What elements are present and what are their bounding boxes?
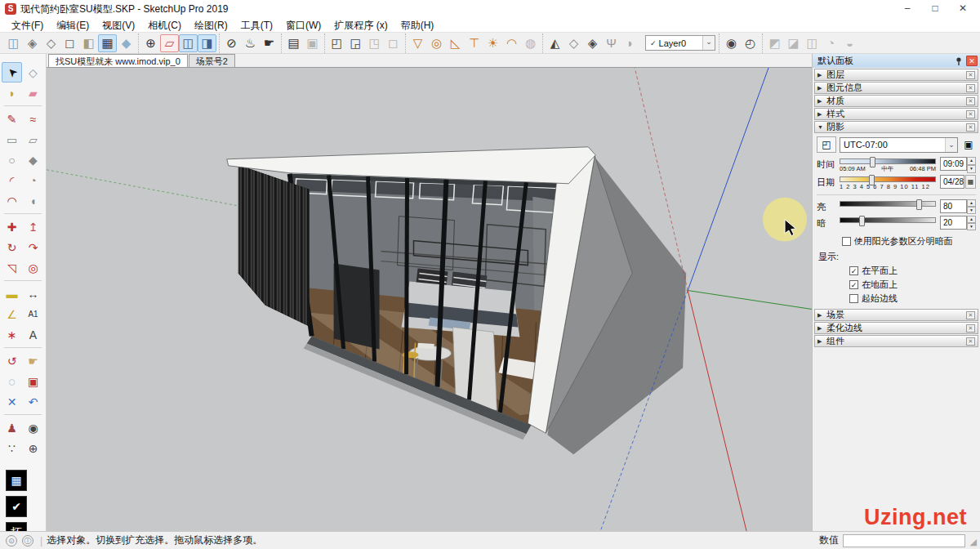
shaded-textures-icon[interactable]: ▦ — [98, 34, 117, 52]
tab-scene-2[interactable]: 场景号2 — [189, 54, 235, 67]
menu-item-2[interactable]: 视图(V) — [96, 18, 141, 33]
uv-d-icon[interactable]: ◔ — [822, 34, 840, 52]
section-styles[interactable]: ▶样式✕ — [814, 108, 978, 120]
dialog-a-icon[interactable]: ◰ — [327, 34, 346, 52]
section-layers[interactable]: ▶图层✕ — [814, 69, 978, 81]
dark-spinner[interactable]: ▲▼ — [967, 216, 976, 230]
section-plane-icon[interactable]: ⊕ — [141, 34, 160, 52]
layer-select[interactable]: ✓Layer0⌄ — [645, 35, 715, 51]
text-tool[interactable]: A1 — [23, 304, 43, 324]
scene-update-icon[interactable]: ▤ — [284, 34, 303, 52]
section-detach-icon[interactable]: ✕ — [966, 324, 975, 333]
mirror-tool-icon[interactable]: ◭ — [546, 34, 564, 52]
rotate-tool[interactable]: ↻ — [2, 237, 22, 257]
grass-tool-icon[interactable]: Ψ — [602, 34, 621, 52]
rectangle-tool[interactable]: ▭ — [2, 129, 22, 150]
polygon-tool[interactable]: ◆ — [23, 150, 43, 170]
tape-measure-tool[interactable]: ▬ — [2, 283, 22, 304]
tab-model-source[interactable]: 找SU模型就来 www.imod.vip_0 — [48, 54, 188, 67]
dark-value-input[interactable]: 20 — [940, 216, 967, 230]
close-button[interactable]: ✕ — [949, 1, 977, 17]
render-teapot-icon[interactable]: ♨ — [241, 34, 260, 52]
dialog-lock-icon[interactable]: ◻ — [384, 34, 403, 52]
zoom-tool[interactable]: ◌ — [2, 371, 22, 391]
calendar-icon[interactable]: ▦ — [965, 175, 976, 189]
section-detach-icon[interactable]: ✕ — [966, 71, 975, 79]
menu-item-0[interactable]: 文件(F) — [5, 18, 50, 33]
light-value-input[interactable]: 80 — [940, 199, 967, 213]
dimension-tool[interactable]: ↔ — [23, 283, 43, 304]
zoom-extents-tool[interactable]: ✕ — [2, 391, 22, 412]
menu-item-1[interactable]: 编辑(E) — [50, 18, 96, 33]
dark-slider[interactable] — [840, 217, 936, 223]
arc2-tool[interactable]: ◠ — [2, 190, 22, 211]
section-materials[interactable]: ▶材质✕ — [814, 95, 978, 107]
section-components[interactable]: ▶组件✕ — [814, 335, 978, 347]
make-component-tool[interactable]: ◇ — [23, 62, 43, 83]
rings-tool-icon[interactable]: ◎ — [427, 34, 446, 52]
display-section-cuts-icon[interactable]: ◫ — [179, 34, 198, 52]
check-from-edges[interactable]: 起始边线 — [849, 292, 976, 305]
scale-tool[interactable]: ◹ — [2, 257, 22, 278]
checkbox[interactable] — [842, 237, 851, 246]
maximize-button[interactable]: □ — [921, 1, 949, 17]
timezone-select[interactable]: UTC-07:00 ⌄ — [840, 137, 958, 153]
section-soften-edges[interactable]: ▶柔化边线✕ — [814, 322, 978, 334]
check-on-ground[interactable]: ✓在地面上 — [849, 279, 976, 291]
dialog-cloud-icon[interactable]: ◳ — [365, 34, 384, 52]
north-target-tool[interactable]: ⊕ — [23, 438, 43, 458]
pie2-tool[interactable]: ◖ — [23, 190, 43, 211]
section-detach-icon[interactable]: ✕ — [966, 97, 975, 105]
section-scenes[interactable]: ▶场景✕ — [814, 309, 978, 321]
box-add-tool-icon[interactable]: ◈ — [583, 34, 602, 52]
display-section-planes-icon[interactable]: ▱ — [160, 34, 179, 52]
display-section-fill-icon[interactable]: ◨ — [198, 34, 216, 52]
toggle-shadows-button[interactable]: ◰ — [817, 136, 836, 153]
checkbox[interactable]: ✓ — [849, 266, 858, 275]
date-value-input[interactable]: 04/28 — [940, 175, 964, 189]
line-tool[interactable]: ✎ — [2, 109, 22, 129]
pan-tool[interactable]: ☛ — [23, 350, 43, 371]
eye-a-icon[interactable]: ◉ — [722, 34, 741, 52]
tray-close-icon[interactable]: ✕ — [966, 56, 978, 66]
use-sun-checkbox-row[interactable]: 使用阳光参数区分明暗面 — [818, 235, 976, 248]
circle-tool[interactable]: ○ — [2, 150, 22, 170]
move-tool[interactable]: ✚ — [2, 216, 22, 237]
previous-view-tool[interactable]: ↶ — [23, 391, 43, 412]
pin-tool-icon[interactable]: ⊤ — [465, 34, 483, 52]
plugin-grid-button[interactable]: ▦ — [6, 470, 27, 491]
shadow-display-icon[interactable]: ▣ — [961, 136, 976, 153]
uv-b-icon[interactable]: ◪ — [784, 34, 803, 52]
light-slider[interactable] — [840, 201, 936, 207]
uv-a-icon[interactable]: ◩ — [765, 34, 784, 52]
render-pick-icon[interactable]: ☛ — [260, 34, 278, 52]
walk-tool[interactable]: ∵ — [2, 438, 22, 458]
plugin-check-button[interactable]: ✔ — [6, 496, 27, 517]
date-slider[interactable] — [840, 176, 936, 182]
follow-me-tool[interactable]: ↷ — [23, 237, 43, 257]
shell-tool-icon[interactable]: ◗ — [621, 34, 639, 52]
funnel-tool-icon[interactable]: ▽ — [408, 34, 427, 52]
uv-e-icon[interactable]: ◒ — [840, 34, 859, 52]
back-edges-icon[interactable]: ◈ — [23, 34, 42, 52]
menu-item-6[interactable]: 窗口(W) — [279, 18, 327, 33]
section-detach-icon[interactable]: ✕ — [966, 84, 975, 92]
3d-text-tool[interactable]: A — [23, 324, 43, 345]
shaded-icon[interactable]: ◧ — [79, 34, 98, 52]
menu-item-3[interactable]: 相机(C) — [141, 18, 188, 33]
menu-item-5[interactable]: 工具(T) — [234, 18, 279, 33]
section-detach-icon[interactable]: ✕ — [966, 337, 975, 346]
eye-b-icon[interactable]: ◴ — [741, 34, 760, 52]
offset-tool[interactable]: ◎ — [23, 257, 43, 278]
menu-item-8[interactable]: 帮助(H) — [394, 18, 441, 33]
eraser-tool[interactable]: ▰ — [23, 83, 43, 103]
sphere-tool-icon[interactable]: ◍ — [521, 34, 540, 52]
validity-check-icon[interactable]: ⊘ — [222, 34, 241, 52]
orbit-tool[interactable]: ↺ — [2, 350, 22, 371]
pin-icon[interactable] — [954, 56, 964, 66]
dialog-b-icon[interactable]: ◲ — [346, 34, 365, 52]
uv-c-icon[interactable]: ◫ — [803, 34, 822, 52]
section-shadows[interactable]: ▼ 阴影 ✕ — [814, 121, 978, 133]
look-around-tool[interactable]: ◉ — [23, 417, 43, 438]
monochrome-icon[interactable]: ◆ — [117, 34, 136, 52]
